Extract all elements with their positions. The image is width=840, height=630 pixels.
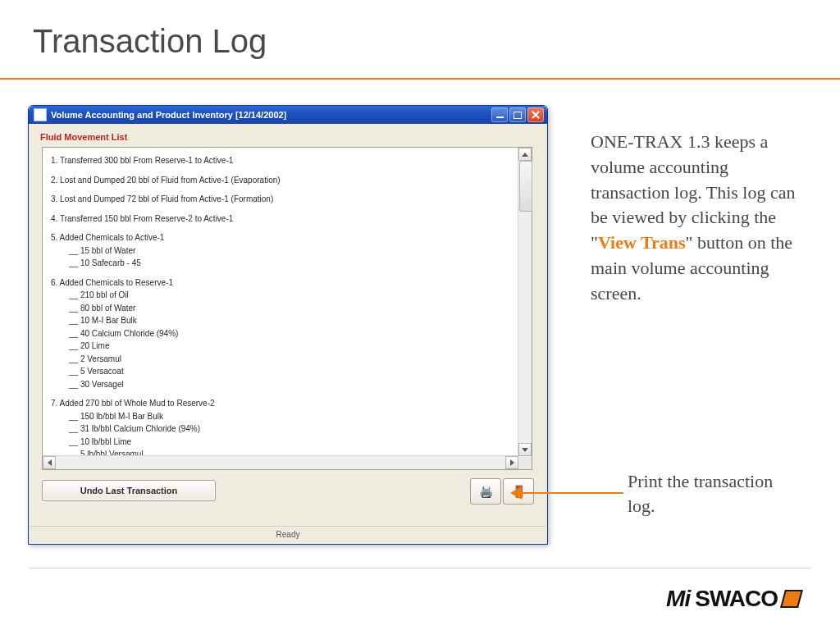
- panel-title: Fluid Movement List: [29, 124, 547, 147]
- log-subitem: __ 30 Versagel: [51, 378, 510, 391]
- log-subitem: __ 2 Versamul: [51, 353, 510, 366]
- scroll-corner: [518, 456, 532, 469]
- callout-arrow-head: [510, 486, 522, 500]
- log-entry-title: 5. Added Chemicals to Active-1: [51, 233, 164, 242]
- maximize-button[interactable]: [509, 107, 526, 122]
- vertical-scrollbar[interactable]: [518, 148, 532, 456]
- callout-text: Print the transaction log.: [628, 469, 800, 518]
- log-content: 1. Transferred 300 bbl From Reserve-1 to…: [43, 148, 518, 456]
- desc-highlight: View Trans: [598, 232, 686, 253]
- log-entry: 3. Lost and Dumped 72 bbl of Fluid from …: [51, 193, 510, 206]
- horizontal-scrollbar[interactable]: [43, 455, 518, 469]
- log-entry: 6. Added Chemicals to Reserve-1 __ 210 b…: [51, 276, 510, 391]
- log-subitem: __ 5 Versacoat: [51, 365, 510, 378]
- log-subitem: __ 31 lb/bbl Calcium Chloride (94%): [51, 422, 510, 436]
- log-entry: 1. Transferred 300 bbl From Reserve-1 to…: [51, 154, 510, 167]
- log-subitem: __ 10 Safecarb - 45: [51, 257, 510, 270]
- log-subitem: __ 150 lb/bbl M-I Bar Bulk: [51, 410, 510, 423]
- log-subitem: __ 10 M-I Bar Bulk: [51, 314, 510, 327]
- scroll-left-button[interactable]: [43, 456, 56, 469]
- window-titlebar[interactable]: Volume Accounting and Product Inventory …: [29, 106, 547, 124]
- log-subitem: __ 40 Calcium Chloride (94%): [51, 327, 510, 340]
- status-bar: Ready: [30, 526, 546, 543]
- description-text: ONE-TRAX 1.3 keeps a volume accounting t…: [591, 130, 812, 307]
- divider-top: [0, 78, 840, 80]
- window-title: Volume Accounting and Product Inventory …: [51, 110, 286, 120]
- brand-logo: Mi SWACO: [666, 586, 801, 612]
- scroll-up-button[interactable]: [518, 148, 532, 161]
- log-subitem: __ 20 Lime: [51, 340, 510, 353]
- logo-swaco: SWACO: [695, 586, 778, 612]
- log-entry: 4. Transferred 150 bbl From Reserve-2 to…: [51, 212, 510, 226]
- log-subitem: __ 80 bbl of Water: [51, 302, 510, 315]
- scroll-right-button[interactable]: [505, 456, 518, 469]
- callout-arrow: [518, 492, 623, 494]
- log-entry: 2. Lost and Dumped 20 bbl of Fluid from …: [51, 174, 510, 187]
- undo-last-transaction-button[interactable]: Undo Last Transaction: [42, 480, 216, 501]
- minimize-button[interactable]: [491, 107, 508, 122]
- slide-title: Transaction Log: [33, 23, 267, 60]
- log-subitem: __ 15 bbl of Water: [51, 244, 510, 258]
- app-window: Volume Accounting and Product Inventory …: [28, 105, 548, 545]
- log-entry: 7. Added 270 bbl of Whole Mud to Reserve…: [51, 397, 510, 456]
- log-entry-title: 7. Added 270 bbl of Whole Mud to Reserve…: [51, 399, 215, 408]
- logo-mark-icon: [780, 590, 803, 608]
- logo-mi: Mi: [666, 586, 690, 612]
- log-list[interactable]: 1. Transferred 300 bbl From Reserve-1 to…: [42, 147, 532, 470]
- log-subitem: __ 10 lb/bbl Lime: [51, 436, 510, 449]
- scroll-down-button[interactable]: [518, 443, 532, 456]
- log-subitem: __ 210 bbl of Oil: [51, 289, 510, 302]
- close-button[interactable]: [527, 107, 544, 122]
- printer-icon: 🖨️: [479, 485, 493, 498]
- log-entry-title: 6. Added Chemicals to Reserve-1: [51, 278, 173, 287]
- log-entry: 5. Added Chemicals to Active-1 __ 15 bbl…: [51, 231, 510, 270]
- print-button[interactable]: 🖨️: [470, 478, 501, 504]
- app-icon: [34, 108, 47, 121]
- scroll-thumb[interactable]: [519, 161, 532, 212]
- divider-bottom: [30, 568, 810, 568]
